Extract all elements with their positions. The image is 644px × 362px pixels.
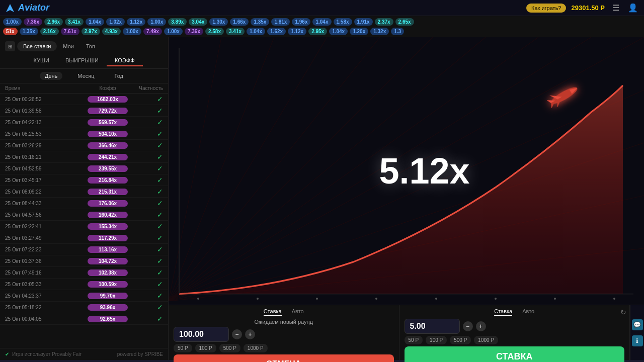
mult-badge[interactable]: 1.91x [354,18,373,26]
table-row[interactable]: 25 Окт 02:22:41155.34x✓ [0,221,168,232]
table-row[interactable]: 25 Окт 07:49:16102.38x✓ [0,267,168,279]
mult-badge[interactable]: 2.37x [375,18,393,26]
mult-badge[interactable]: 2.65x [395,18,414,26]
left-tab-stake[interactable]: Ставка [264,308,282,316]
mult-badge[interactable]: 1.32x [370,28,389,35]
right-tab-stake[interactable]: Ставка [494,308,512,316]
right-quick-100[interactable]: 100 P [426,336,447,344]
bet-time: 25 Окт 04:52:59 [5,166,88,171]
table-row[interactable]: 25 Окт 00:26:521682.03x✓ [0,94,168,105]
left-quick-1000[interactable]: 1000 P [244,344,268,352]
table-row[interactable]: 25 Окт 04:57:56160.42x✓ [0,209,168,221]
info-icon[interactable]: ℹ [632,335,643,346]
mult-badge[interactable]: 1.04x [329,28,348,35]
right-quick-1000[interactable]: 1000 P [474,336,498,344]
mult-badge[interactable]: 1.3 [391,28,404,35]
mult-badge[interactable]: 2.16x [40,28,59,35]
table-row[interactable]: 25 Окт 04:23:3799.70x✓ [0,290,168,302]
stake-button[interactable]: СТАВКА [405,346,625,362]
left-bet-minus[interactable]: − [232,329,242,339]
right-quick-50[interactable]: 50 P [405,336,423,344]
sidebar-tab-top[interactable]: Топ [80,41,101,51]
mult-badge[interactable]: 1.81x [271,18,290,26]
mult-badge[interactable]: 1.00x [3,18,22,26]
table-row[interactable]: 25 Окт 03:45:17216.84x✓ [0,174,168,186]
mult-badge[interactable]: 7.36x [185,28,203,35]
mult-badge[interactable]: 4.93x [102,28,121,35]
left-bet-input[interactable] [174,327,229,342]
sidebar-grid-icon[interactable]: ⊞ [5,41,15,51]
mult-badge[interactable]: 7.61x [61,28,79,35]
mult-badge[interactable]: 1.12x [127,18,145,26]
mult-badge[interactable]: 1.02x [106,18,125,26]
bet-list[interactable]: 25 Окт 00:26:521682.03x✓25 Окт 01:39:587… [0,94,168,348]
mult-badge[interactable]: 1.62x [267,28,286,35]
table-row[interactable]: 25 Окт 01:39:58729.72x✓ [0,105,168,117]
mult-badge[interactable]: 1.04x [86,18,104,26]
time-tab-day[interactable]: День [40,72,62,80]
table-row[interactable]: 25 Окт 07:22:23113.16x✓ [0,244,168,255]
sub-tab-stakes[interactable]: КУШИ [26,55,58,66]
sidebar-tab-mine[interactable]: Мои [57,41,80,51]
mult-badge[interactable]: 1.66x [230,18,249,26]
left-quick-100[interactable]: 100 P [195,344,216,352]
refresh-icon[interactable]: ↻ [620,308,626,316]
table-row[interactable]: 25 Окт 08:44:33176.06x✓ [0,198,168,209]
mult-badge[interactable]: 3.41x [65,18,84,26]
left-quick-50[interactable]: 50 P [174,344,192,352]
mult-badge[interactable]: 1.12x [288,28,306,35]
sub-tab-wins[interactable]: ВЫИГРЫШИ [57,55,107,66]
table-row[interactable]: 25 Окт 05:18:2293.96x✓ [0,302,168,313]
table-row[interactable]: 25 Окт 01:37:36104.72x✓ [0,255,168,267]
table-row[interactable]: 25 Окт 03:26:29366.46x✓ [0,140,168,151]
mult-badge[interactable]: 1.35x [20,28,38,35]
mult-badge[interactable]: 1.04x [247,28,265,35]
mult-badge[interactable]: 3.04x [189,18,207,26]
mult-badge[interactable]: 3.89x [168,18,187,26]
mult-badge[interactable]: 7.49x [143,28,162,35]
table-row[interactable]: 25 Окт 03:16:21244.21x✓ [0,151,168,163]
right-bet-minus[interactable]: − [463,321,473,331]
mult-badge[interactable]: 2.58x [205,28,224,35]
how-to-play-button[interactable]: Как играть? [526,4,566,13]
bet-time: 25 Окт 04:23:37 [5,293,88,299]
user-icon[interactable]: 👤 [627,2,639,14]
mult-badge[interactable]: 51x [3,28,18,35]
table-row[interactable]: 25 Окт 03:05:33100.59x✓ [0,279,168,290]
mult-badge[interactable]: 1.00x [147,18,166,26]
right-quick-500[interactable]: 500 P [450,336,471,344]
table-row[interactable]: 25 Окт 03:27:49117.29x✓ [0,232,168,244]
right-bet-input[interactable] [405,319,460,334]
bet-time: 25 Окт 03:16:21 [5,154,88,160]
mult-badge[interactable]: 1.00x [123,28,141,35]
sub-tab-coeff[interactable]: КОЭФФ [107,55,142,66]
chat-icon[interactable]: 💬 [632,319,643,330]
right-tab-auto[interactable]: Авто [522,308,534,316]
left-quick-500[interactable]: 500 P [219,344,240,352]
menu-icon[interactable]: ☰ [610,2,622,14]
mult-badge[interactable]: 1.58x [334,18,352,26]
mult-badge[interactable]: 1.96x [292,18,310,26]
sidebar-tab-all[interactable]: Все ставки [17,41,57,51]
left-bet-plus[interactable]: + [245,329,255,339]
mult-badge[interactable]: 1.04x [312,18,331,26]
table-row[interactable]: 25 Окт 00:04:0592.65x✓ [0,313,168,325]
mult-badge[interactable]: 2.96x [44,18,63,26]
table-row[interactable]: 25 Окт 04:22:13569.57x✓ [0,117,168,128]
table-row[interactable]: 25 Окт 04:52:59239.55x✓ [0,163,168,174]
right-bet-plus[interactable]: + [476,321,486,331]
mult-badge[interactable]: 1.00x [164,28,183,35]
table-row[interactable]: 25 Окт 08:25:53504.10x✓ [0,128,168,140]
mult-badge[interactable]: 1.35x [251,18,269,26]
mult-badge[interactable]: 1.30x [209,18,228,26]
time-tab-year[interactable]: Год [110,72,129,80]
mult-badge[interactable]: 2.95x [308,28,327,35]
mult-badge[interactable]: 7.36x [24,18,42,26]
table-row[interactable]: 25 Окт 08:09:22215.31x✓ [0,186,168,198]
time-tab-month[interactable]: Месяц [72,72,99,80]
mult-badge[interactable]: 3.41x [226,28,245,35]
cancel-button[interactable]: ОТМЕНА [174,354,394,362]
mult-badge[interactable]: 2.97x [82,28,100,35]
mult-badge[interactable]: 1.20x [350,28,368,35]
left-tab-auto[interactable]: Авто [292,308,304,316]
